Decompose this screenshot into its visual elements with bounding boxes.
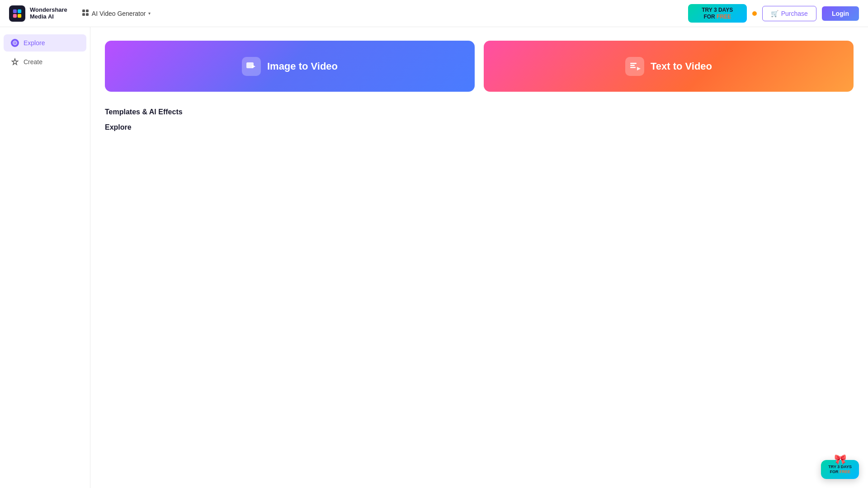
- image-to-video-icon: [242, 57, 261, 76]
- grid-icon: [82, 9, 89, 18]
- login-button[interactable]: Login: [822, 6, 859, 21]
- header: Wondershare Media AI AI Video Generator …: [0, 0, 868, 27]
- sidebar-explore-label: Explore: [24, 39, 45, 47]
- svg-rect-14: [630, 65, 635, 66]
- logo-brand: Wondershare: [30, 7, 67, 13]
- main-layout: Explore Create: [0, 27, 868, 488]
- hero-cards: Image to Video Text to Video: [105, 41, 854, 92]
- content-area: Image to Video Text to Video Templates &…: [90, 27, 868, 488]
- svg-rect-3: [18, 14, 21, 17]
- svg-rect-5: [86, 9, 89, 12]
- header-right: TRY 3 DAYS FOR FREE 🛒 Purchase Login: [688, 4, 859, 23]
- logo-text: Wondershare Media AI: [30, 7, 67, 20]
- sidebar-item-create[interactable]: Create: [4, 53, 86, 70]
- gift-icon: 🎀: [834, 454, 846, 465]
- logo[interactable]: Wondershare Media AI: [9, 5, 67, 22]
- svg-point-9: [14, 42, 16, 44]
- svg-marker-16: [637, 67, 641, 70]
- sidebar-item-explore[interactable]: Explore: [4, 34, 86, 52]
- bottom-try-badge[interactable]: 🎀 TRY 3 DAYS FOR FREE: [821, 460, 859, 479]
- text-to-video-label: Text to Video: [651, 61, 712, 72]
- notification-dot: [752, 11, 757, 16]
- svg-rect-2: [13, 14, 17, 17]
- svg-rect-4: [82, 9, 85, 12]
- svg-rect-0: [13, 9, 17, 13]
- header-left: Wondershare Media AI AI Video Generator …: [9, 5, 156, 22]
- image-to-video-card[interactable]: Image to Video: [105, 41, 475, 92]
- svg-rect-15: [630, 67, 636, 68]
- image-to-video-label: Image to Video: [267, 61, 338, 72]
- create-icon: [11, 58, 19, 66]
- ai-video-generator-dropdown[interactable]: AI Video Generator ▾: [76, 6, 156, 20]
- svg-rect-7: [86, 13, 89, 16]
- svg-rect-6: [82, 13, 85, 16]
- text-to-video-icon: [625, 57, 644, 76]
- purchase-button[interactable]: 🛒 Purchase: [762, 6, 816, 21]
- explore-icon: [11, 39, 19, 47]
- sidebar: Explore Create: [0, 27, 90, 488]
- svg-rect-13: [630, 63, 637, 64]
- svg-rect-1: [18, 9, 21, 13]
- explore-section-heading: Explore: [105, 123, 854, 131]
- try-banner[interactable]: TRY 3 DAYS FOR FREE: [688, 4, 747, 23]
- chevron-down-icon: ▾: [148, 11, 151, 16]
- logo-product: Media AI: [30, 14, 67, 20]
- logo-icon: [9, 5, 25, 22]
- sidebar-create-label: Create: [24, 58, 42, 66]
- try-banner-line2: FOR FREE: [703, 14, 731, 20]
- purchase-label: Purchase: [781, 10, 808, 17]
- nav-label: AI Video Generator: [92, 10, 146, 17]
- try-banner-line1: TRY 3 DAYS: [702, 7, 733, 13]
- cart-icon: 🛒: [771, 10, 778, 17]
- bottom-badge-line2: FOR FREE: [830, 469, 850, 474]
- text-to-video-card[interactable]: Text to Video: [484, 41, 854, 92]
- templates-section-heading: Templates & AI Effects: [105, 108, 854, 116]
